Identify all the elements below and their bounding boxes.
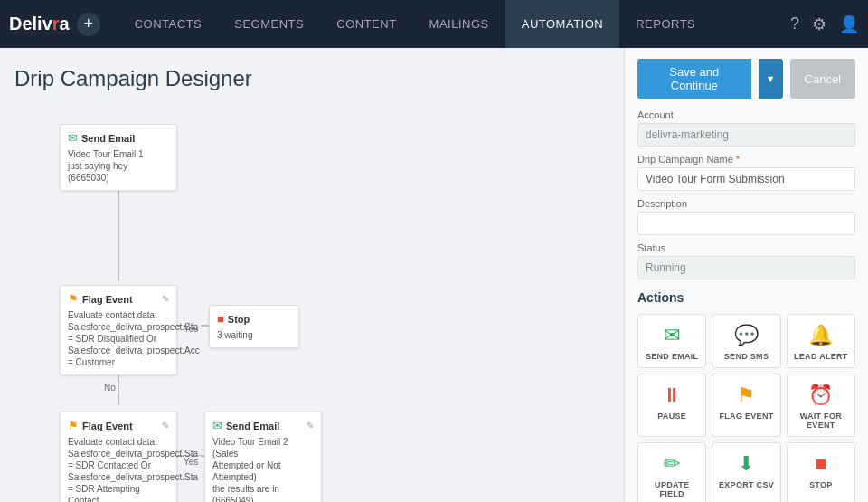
node-stop[interactable]: ■ Stop 3 waiting: [209, 305, 299, 348]
save-dropdown-button[interactable]: ▼: [759, 59, 783, 99]
cancel-button[interactable]: Cancel: [790, 59, 855, 99]
flag-event-action-icon: ⚑: [737, 384, 755, 407]
main-nav: CONTACTS SEGMENTS CONTENT MAILINGS AUTOM…: [118, 0, 790, 48]
node-header: ■ Stop: [217, 312, 291, 326]
node-body: Video Tour Email 1 just saying hey (6665…: [68, 148, 169, 184]
node-send-email-2[interactable]: ✉ Send Email ✎ Video Tour Email 2 (Sales…: [204, 412, 322, 502]
nav-segments[interactable]: SEGMENTS: [218, 0, 320, 48]
nav-content[interactable]: CONTENT: [320, 0, 412, 48]
action-pause[interactable]: ⏸ PAUSE: [637, 374, 706, 437]
send-email-icon: ✉: [68, 131, 78, 145]
export-csv-action-label: EXPORT CSV: [719, 480, 774, 489]
send-email-icon: ✉: [212, 419, 222, 432]
campaign-name-input[interactable]: [637, 167, 855, 191]
help-icon[interactable]: ?: [790, 14, 799, 33]
campaign-name-label: Drip Campaign Name *: [637, 154, 855, 165]
node-title: Send Email: [226, 421, 279, 431]
send-sms-action-label: SEND SMS: [724, 352, 769, 361]
no-label-1: No: [101, 382, 118, 393]
node-title: Flag Event: [82, 294, 133, 305]
lead-alert-action-icon: 🔔: [808, 324, 833, 347]
canvas-area: Drip Campaign Designer Yes: [0, 48, 624, 502]
export-csv-action-icon: ⬇: [738, 452, 754, 476]
node-body: Video Tour Email 2 (Sales Attempted or N…: [212, 436, 314, 502]
node-header: ⚑ Flag Event ✎: [68, 419, 169, 432]
node-title: Stop: [228, 314, 250, 325]
flag-event-action-label: FLAG EVENT: [719, 412, 773, 421]
stop-action-label: STOP: [809, 480, 833, 489]
required-marker: *: [736, 154, 740, 165]
logo-area: Delivra +: [9, 13, 100, 36]
account-input: [637, 123, 855, 147]
action-flag-event[interactable]: ⚑ FLAG EVENT: [712, 374, 780, 437]
send-email-action-label: SEND EMAIL: [646, 352, 699, 361]
flow-container: Yes No Yes Yes ✉ Send Email Video Tour E…: [14, 106, 609, 502]
nav-mailings[interactable]: MAILINGS: [413, 0, 505, 48]
action-lead-alert[interactable]: 🔔 LEAD ALERT: [787, 314, 855, 368]
top-action-buttons: Save and Continue ▼ Cancel: [637, 59, 855, 99]
page-title: Drip Campaign Designer: [14, 66, 609, 91]
actions-title: Actions: [637, 290, 855, 305]
header: Delivra + CONTACTS SEGMENTS CONTENT MAIL…: [0, 0, 868, 48]
right-panel: Save and Continue ▼ Cancel Account Drip …: [624, 48, 868, 502]
edit-icon[interactable]: ✎: [307, 421, 314, 431]
node-header: ✉ Send Email: [68, 131, 169, 145]
logo: Delivra: [9, 14, 70, 34]
action-update-field[interactable]: ✏ UPDATE FIELD: [637, 442, 706, 502]
status-label: Status: [637, 242, 855, 253]
edit-icon[interactable]: ✎: [162, 421, 169, 431]
node-body: Evaluate contact data: Salesforce_delivr…: [68, 309, 169, 368]
gear-icon[interactable]: ⚙: [812, 14, 826, 34]
flag-event-icon: ⚑: [68, 419, 79, 432]
description-input[interactable]: [637, 212, 855, 235]
node-header: ✉ Send Email ✎: [212, 419, 314, 432]
send-sms-action-icon: 💬: [734, 324, 759, 347]
add-button[interactable]: +: [77, 13, 100, 36]
status-input: [637, 256, 855, 279]
pause-action-icon: ⏸: [662, 384, 682, 407]
nav-reports[interactable]: REPORTS: [619, 0, 712, 48]
nav-right: ? ⚙ 👤: [790, 14, 859, 34]
action-export-csv[interactable]: ⬇ EXPORT CSV: [712, 442, 780, 502]
node-body: Evaluate contact data: Salesforce_delivr…: [68, 436, 169, 502]
node-flag-event-1[interactable]: ⚑ Flag Event ✎ Evaluate contact data: Sa…: [60, 285, 177, 375]
nav-contacts[interactable]: CONTACTS: [118, 0, 219, 48]
save-continue-button[interactable]: Save and Continue: [637, 59, 751, 99]
node-header: ⚑ Flag Event ✎: [68, 292, 169, 306]
action-send-sms[interactable]: 💬 SEND SMS: [712, 314, 780, 368]
action-send-email[interactable]: ✉ SEND EMAIL: [637, 314, 706, 368]
send-email-action-icon: ✉: [664, 324, 680, 347]
stop-action-icon: ■: [815, 452, 826, 476]
nav-automation[interactable]: AUTOMATION: [505, 0, 619, 48]
action-wait-for-event[interactable]: ⏰ WAIT FOR EVENT: [787, 374, 855, 437]
flag-event-icon: ⚑: [68, 292, 79, 306]
description-label: Description: [637, 198, 855, 209]
node-body: 3 waiting: [217, 329, 291, 341]
update-field-action-label: UPDATE FIELD: [644, 480, 700, 498]
actions-grid: ✉ SEND EMAIL 💬 SEND SMS 🔔 LEAD ALERT ⏸ P…: [637, 314, 855, 502]
node-flag-event-2[interactable]: ⚑ Flag Event ✎ Evaluate contact data: Sa…: [60, 412, 177, 502]
node-send-email-1[interactable]: ✉ Send Email Video Tour Email 1 just say…: [60, 124, 177, 191]
account-label: Account: [637, 109, 855, 120]
node-title: Flag Event: [82, 421, 133, 431]
update-field-action-icon: ✏: [664, 452, 680, 476]
edit-icon[interactable]: ✎: [162, 294, 169, 304]
action-stop[interactable]: ■ STOP: [787, 442, 855, 502]
lead-alert-action-label: LEAD ALERT: [794, 352, 848, 361]
wait-event-action-icon: ⏰: [808, 384, 833, 407]
stop-icon: ■: [217, 312, 224, 326]
node-title: Send Email: [81, 133, 135, 144]
wait-event-action-label: WAIT FOR EVENT: [793, 412, 849, 430]
user-icon[interactable]: 👤: [839, 14, 859, 34]
main-container: Drip Campaign Designer Yes: [0, 48, 868, 502]
pause-action-label: PAUSE: [657, 412, 686, 421]
